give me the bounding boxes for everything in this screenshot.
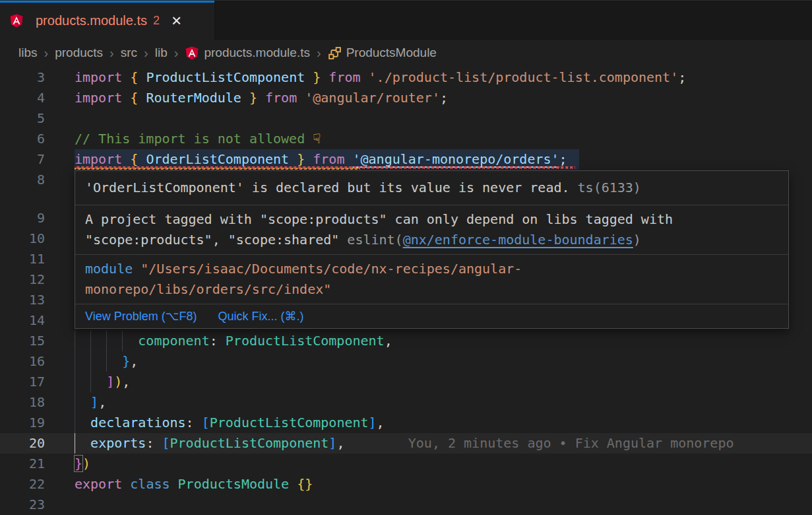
line-number: 3: [0, 67, 45, 88]
breadcrumb-item-products-module-ts[interactable]: products.module.ts: [185, 46, 310, 61]
code-line-19[interactable]: 19 declarations: [ProductListComponent],: [0, 413, 812, 433]
code-text: // This import is not allowed ☟: [75, 129, 321, 149]
code-text: declarations: [ProductListComponent],: [75, 413, 385, 433]
line-number: 14: [0, 310, 45, 331]
tab-label: products.module.ts: [36, 13, 147, 28]
code-text: component: ProductListComponent,: [75, 331, 392, 351]
line-number: 7: [0, 149, 45, 170]
code-editor[interactable]: 3import { ProductListComponent } from '.…: [0, 65, 812, 515]
code-text: exports: [ProductListComponent],You, 2 m…: [75, 433, 734, 454]
line-number: 22: [0, 474, 45, 495]
breadcrumb-label: libs: [18, 46, 38, 60]
breadcrumb-item-lib[interactable]: lib: [155, 46, 168, 60]
breadcrumb-label: src: [121, 46, 137, 60]
line-number: 4: [0, 88, 45, 108]
breadcrumb-label: products: [55, 46, 103, 60]
code-text: ]),: [75, 372, 130, 392]
line-number: 18: [0, 392, 45, 413]
tab-products-module[interactable]: products.module.ts 2 ×: [0, 1, 215, 40]
angular-icon: [185, 46, 199, 61]
angular-icon: [9, 13, 24, 28]
line-number: 23: [0, 495, 45, 515]
breadcrumb-separator: ›: [174, 46, 179, 61]
code-line-4[interactable]: 4import { RouterModule } from '@angular/…: [0, 88, 812, 108]
breadcrumb-separator: ›: [144, 46, 148, 61]
breadcrumb-item-productsmodule[interactable]: ProductsModule: [328, 46, 437, 60]
line-number: 13: [0, 290, 45, 310]
code-text: },: [75, 351, 138, 372]
code-text: export class ProductsModule {}: [75, 474, 313, 495]
code-line-6[interactable]: 6// This import is not allowed ☟: [0, 129, 812, 149]
code-line-7[interactable]: 7import { OrderListComponent } from '@an…: [0, 149, 812, 170]
code-line-15[interactable]: 15 component: ProductListComponent,: [0, 331, 812, 351]
code-text: ],: [75, 392, 106, 413]
code-line-20[interactable]: 20 exports: [ProductListComponent],You, …: [0, 433, 812, 454]
line-number: 9: [0, 208, 45, 228]
close-icon[interactable]: ×: [172, 14, 181, 27]
breadcrumb: libs›products›src›lib›products.module.ts…: [0, 40, 812, 65]
active-tab-indicator: [0, 1, 214, 3]
breadcrumb-separator: ›: [44, 46, 49, 61]
eslint-message: A project tagged with "scope:products" c…: [75, 205, 788, 254]
breadcrumb-label: lib: [155, 46, 168, 60]
line-number: 15: [0, 331, 45, 351]
code-line-23[interactable]: 23: [0, 495, 812, 515]
code-line-5[interactable]: 5: [0, 108, 812, 129]
breadcrumb-label: ProductsModule: [346, 46, 437, 60]
code-line-18[interactable]: 18 ],: [0, 392, 812, 413]
line-number: 5: [0, 108, 45, 129]
class-icon: [328, 46, 342, 60]
line-number: 21: [0, 454, 45, 474]
breadcrumb-label: products.module.ts: [204, 46, 310, 60]
breadcrumb-item-products[interactable]: products: [55, 46, 103, 60]
breadcrumb-item-src[interactable]: src: [121, 46, 137, 60]
diagnostic-message: 'OrderListComponent' is declared but its…: [75, 171, 788, 205]
breadcrumb-separator: ›: [109, 46, 114, 61]
line-number: 16: [0, 351, 45, 372]
nx-rule-link[interactable]: @nx/enforce-module-boundaries: [403, 232, 633, 248]
tab-bar: products.module.ts 2 ×: [0, 0, 812, 40]
code-line-16[interactable]: 16 },: [0, 351, 812, 372]
problem-hover-popup: 'OrderListComponent' is declared but its…: [75, 170, 789, 329]
view-problem-action[interactable]: View Problem (⌥F8): [85, 309, 197, 324]
line-number: 17: [0, 372, 45, 392]
quick-fix-action[interactable]: Quick Fix... (⌘.): [218, 309, 303, 324]
git-blame-annotation: You, 2 minutes ago • Fix Angular monorep…: [408, 435, 734, 451]
code-line-3[interactable]: 3import { ProductListComponent } from '.…: [0, 67, 812, 88]
line-number: 11: [0, 249, 45, 269]
line-number: 12: [0, 269, 45, 290]
code-line-22[interactable]: 22export class ProductsModule {}: [0, 474, 812, 495]
code-text: import { RouterModule } from '@angular/r…: [75, 88, 448, 108]
code-text: import { ProductListComponent } from './…: [75, 67, 686, 88]
breadcrumb-separator: ›: [317, 46, 321, 61]
tab-error-count-badge: 2: [153, 14, 160, 28]
code-line-17[interactable]: 17 ]),: [0, 372, 812, 392]
line-number: 20: [0, 433, 45, 454]
breadcrumb-item-libs[interactable]: libs: [18, 46, 38, 60]
module-path-message: module "/Users/isaac/Documents/code/nx-r…: [75, 254, 788, 304]
code-text: }): [75, 454, 90, 474]
line-number: 19: [0, 413, 45, 433]
line-number: 6: [0, 129, 45, 149]
line-number: 10: [0, 228, 45, 249]
code-line-21[interactable]: 21}): [0, 454, 812, 474]
line-number: 8: [0, 170, 45, 190]
hover-status-bar: View Problem (⌥F8)Quick Fix... (⌘.): [75, 304, 788, 328]
